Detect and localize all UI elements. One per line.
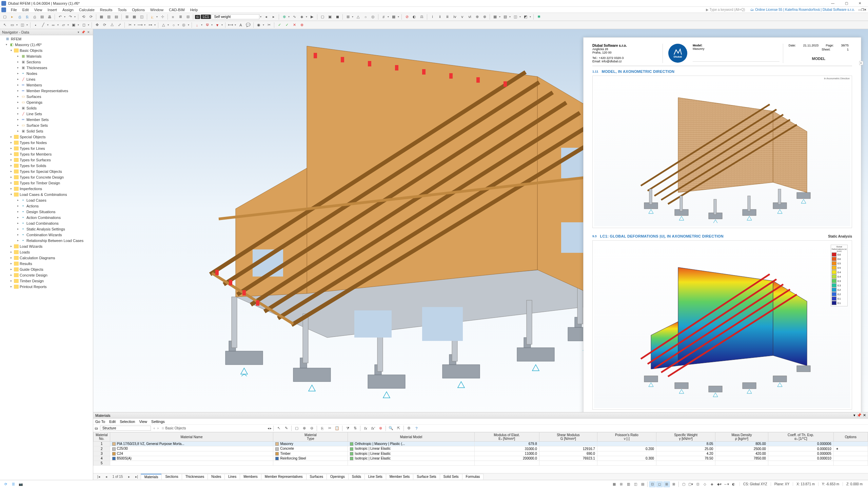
plausibility-icon[interactable]: ◐ <box>411 14 418 20</box>
tree-load-wizards[interactable]: ▸Load Wizards <box>0 243 93 249</box>
open-icon[interactable]: ▸ <box>9 14 16 20</box>
tree-loads[interactable]: ▸Loads <box>0 249 93 255</box>
sb-v7-icon[interactable]: ↔▾ <box>723 481 730 487</box>
redo-icon[interactable]: ↷ <box>67 14 74 20</box>
tree-types-for-timber-design[interactable]: ▸Types for Timber Design <box>0 180 93 186</box>
text-icon[interactable]: A <box>237 22 244 28</box>
sb-v8-icon[interactable]: ◐ <box>730 481 737 487</box>
tbl-paste-icon[interactable]: 📋 <box>334 425 340 432</box>
solid-tool-icon[interactable]: ▣ <box>70 22 77 28</box>
releases-icon[interactable]: ○ <box>362 14 369 20</box>
tree-action-combinations[interactable]: ▸Action Combinations <box>0 215 93 220</box>
new-icon[interactable]: ▢ <box>1 14 8 20</box>
report-icon[interactable]: ▤ <box>39 14 45 20</box>
col-header[interactable]: Mass Densityρ [kg/m³] <box>715 432 768 442</box>
tbl-insert-icon[interactable]: ⊕ <box>301 425 308 432</box>
lc-next-icon[interactable]: ▸ <box>270 14 277 20</box>
structure-select[interactable] <box>100 426 151 431</box>
tree-materials[interactable]: ▸Materials <box>0 53 93 59</box>
tree-combination-wizards[interactable]: ▸Combination Wizards <box>0 232 93 238</box>
sb-snap4-icon[interactable]: ⊠ <box>670 481 677 487</box>
menu-results[interactable]: Results <box>97 8 115 12</box>
table-icon[interactable]: ▦ <box>131 14 138 20</box>
menu-cadbim[interactable]: CAD-BIM <box>166 8 187 12</box>
menu-assign[interactable]: Assign <box>60 8 76 12</box>
tbl-cut-icon[interactable]: ✂ <box>326 425 333 432</box>
line-tool-icon[interactable]: ╱ <box>40 22 46 28</box>
nav-menu-icon[interactable]: ▾ <box>78 30 79 34</box>
view-prev-icon[interactable]: ⟲ <box>80 14 87 20</box>
tree-line-sets[interactable]: ▸Line Sets <box>0 111 93 117</box>
sb-snap2-icon[interactable]: ◻ <box>656 481 663 487</box>
nav-close-icon[interactable]: ✕ <box>87 30 90 34</box>
view-next-icon[interactable]: ⟳ <box>87 14 94 20</box>
release-tool-icon[interactable]: ◎ <box>180 22 187 28</box>
view-opt2-icon[interactable]: ▧ <box>502 14 509 20</box>
tree-member-representatives[interactable]: ▸Member Representatives <box>0 88 93 94</box>
divide-icon[interactable]: ✂ <box>126 22 133 28</box>
tbl-find-icon[interactable]: 🔍 <box>388 425 394 432</box>
fe6-icon[interactable]: ⅵ <box>466 14 473 20</box>
col-header[interactable]: Options <box>833 432 868 442</box>
colors-icon[interactable]: ▦ <box>390 14 397 20</box>
tree-sections[interactable]: ▸Sections <box>0 59 93 65</box>
tree-calculation-diagrams[interactable]: ▸Calculation Diagrams <box>0 255 93 261</box>
tbl-opt-icon[interactable]: ⚙ <box>406 425 412 432</box>
tree-thicknesses[interactable]: ▸Thicknesses <box>0 65 93 70</box>
mesh-icon[interactable]: ⊞ <box>344 14 351 20</box>
menu-edit[interactable]: Edit <box>20 8 32 12</box>
col-header[interactable]: MaterialNo. <box>94 432 110 442</box>
panel-close-icon[interactable]: ✕ <box>863 413 866 418</box>
sb-layers-icon[interactable]: ☰ <box>9 482 17 486</box>
bp-menu-settings[interactable]: Settings <box>151 420 165 424</box>
col-header[interactable]: Shear ModulusG [N/mm²] <box>539 432 597 442</box>
deform-icon[interactable]: ∿ <box>291 14 298 20</box>
delete-all-icon[interactable]: ⊗ <box>298 22 305 28</box>
panel-pin-icon[interactable]: 📌 <box>857 413 862 418</box>
lc-prev-icon[interactable]: ◂ <box>263 14 270 20</box>
select-rect-icon[interactable]: ▭ <box>9 22 16 28</box>
tree-imperfections[interactable]: ▸Imperfections <box>0 186 93 191</box>
tree-member-sets[interactable]: ▸Member Sets <box>0 117 93 122</box>
fe4-icon[interactable]: ⅳ <box>451 14 458 20</box>
tab-openings[interactable]: Openings <box>327 474 349 480</box>
tab-solid-sets[interactable]: Solid Sets <box>440 474 462 480</box>
menu-view[interactable]: View <box>32 8 45 12</box>
grid-icon[interactable]: ⊹ <box>159 14 166 20</box>
iso-icon[interactable]: ◈ <box>298 14 305 20</box>
sb-cam-icon[interactable]: 📷 <box>17 482 24 486</box>
tree-load-combinations[interactable]: ▸Load Combinations <box>0 220 93 226</box>
table-row[interactable]: 3C24TimberIsotropic | Linear Elastic1100… <box>94 451 868 456</box>
tile-v-icon[interactable]: ▤ <box>113 14 120 20</box>
tab-member-representatives[interactable]: Member Representatives <box>261 474 307 480</box>
tab-members[interactable]: Members <box>240 474 261 480</box>
design-icon[interactable]: ⊟ <box>184 14 191 20</box>
table-row[interactable]: 5 <box>94 461 868 466</box>
pointer-icon[interactable]: ↖ <box>1 22 8 28</box>
window-icon[interactable]: ▦ <box>98 14 105 20</box>
tab-thicknesses[interactable]: Thicknesses <box>182 474 208 480</box>
view-opt4-icon[interactable]: ◩ <box>522 14 529 20</box>
tab-surface-sets[interactable]: Surface Sets <box>413 474 440 480</box>
table-row[interactable]: 2C25/30ConcreteIsotropic | Linear Elasti… <box>94 446 868 451</box>
tree-static-analysis-settings[interactable]: ▸Static Analysis Settings <box>0 226 93 232</box>
sb-v2-icon[interactable]: ▢▾ <box>687 481 694 487</box>
bp-menu-selection[interactable]: Selection <box>120 420 135 424</box>
load-surf-icon[interactable]: ▼ <box>214 22 221 28</box>
menu-calculate[interactable]: Calculate <box>76 8 97 12</box>
col-header[interactable]: Coeff. of Th. Exp.αₓ [1/°C] <box>768 432 833 442</box>
sb-t1-icon[interactable]: ▦ <box>611 481 617 487</box>
supports-icon[interactable]: △ <box>355 14 361 20</box>
tree-load-cases[interactable]: ▸Load Cases <box>0 197 93 203</box>
bp-menu-edit[interactable]: Edit <box>109 420 116 424</box>
tree-types-for-solids[interactable]: ▸Types for Solids <box>0 163 93 168</box>
tree-types-for-members[interactable]: ▸Types for Members <box>0 151 93 157</box>
fe5-icon[interactable]: ⅴ <box>459 14 466 20</box>
tree-actions[interactable]: ▸Actions <box>0 203 93 209</box>
ext-tool-icon[interactable]: ✱ <box>535 14 542 20</box>
tab-solids[interactable]: Solids <box>348 474 365 480</box>
tree-special-objects[interactable]: ▸Special Objects <box>0 134 93 140</box>
panel-icon[interactable]: ◫ <box>138 14 145 20</box>
tree-members[interactable]: ▸Members <box>0 82 93 88</box>
load-line-icon[interactable]: ⟱ <box>204 22 211 28</box>
